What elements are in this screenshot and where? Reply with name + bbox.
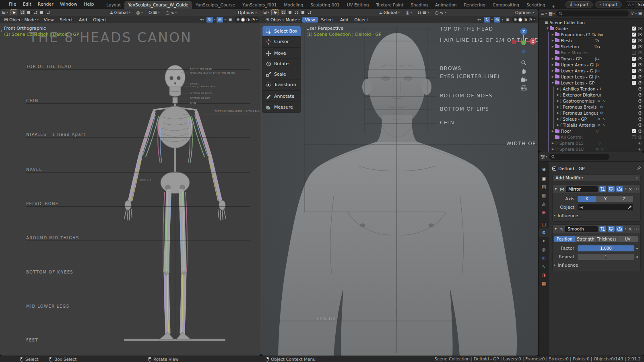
collection-checkbox[interactable]: ✓ [632, 81, 636, 85]
options-dropdown[interactable]: Options▾ [513, 10, 536, 15]
visibility-eye-icon[interactable] [638, 27, 642, 30]
view-layer-properties-tab[interactable]: ▥ [539, 191, 549, 200]
add-menu[interactable]: Add [337, 17, 351, 23]
tab-thickness[interactable]: Thickness [597, 236, 617, 242]
remove-modifier-button[interactable]: × [627, 187, 633, 192]
expand-arrow-icon[interactable]: ▶ [556, 93, 560, 97]
outliner-row-scene-collection[interactable]: ▦Scene Collection [539, 19, 644, 25]
outliner-row-guide[interactable]: ▼Guide✓ [539, 25, 644, 31]
expand-arrow-icon[interactable]: ▶ [551, 45, 555, 48]
outliner-row-achilles-tendon-calcaneal-te[interactable]: ▶ʃAchilles Tendon - Calcaneal Te [539, 86, 644, 92]
expand-arrow-icon[interactable]: ▶ [556, 87, 560, 90]
expand-arrow-icon[interactable]: ▶ [556, 111, 560, 115]
collection-checkbox[interactable]: ✓ [632, 63, 636, 67]
select-mode-extend[interactable] [287, 10, 293, 15]
modifier-extras-dropdown[interactable]: ▾ [625, 187, 626, 191]
overlays-dropdown[interactable]: ▾ [224, 18, 226, 21]
view-menu[interactable]: View [302, 17, 318, 23]
workspace-tab-compositing[interactable]: Compositing [489, 1, 523, 9]
gizmos-toggle[interactable]: ↻ [206, 17, 213, 23]
select-mode-set[interactable] [19, 10, 25, 15]
workspace-tab-layout[interactable]: Layout [103, 1, 124, 9]
modifiers-properties-tab[interactable]: ⚙ [539, 228, 549, 237]
select-menu[interactable]: Select [57, 17, 76, 23]
camera-view-icon[interactable] [520, 76, 527, 83]
tool-rotate[interactable]: Rotate [262, 59, 301, 69]
workspace-tab-animation[interactable]: Animation [431, 1, 460, 9]
rendered-shading-button[interactable]: ◔ [251, 17, 256, 22]
visibility-eye-icon[interactable] [638, 87, 642, 90]
visibility-eye-icon[interactable] [638, 142, 642, 144]
workspace-tab-modeling[interactable]: Modeling [281, 1, 307, 9]
gizmos-dropdown[interactable]: ▾ [491, 18, 493, 21]
outliner-row-tibialis-anterior-gp[interactable]: ▶ʃTibialis Anterior - GP⚙∿ [539, 122, 644, 128]
render-properties-tab[interactable]: ▣ [539, 174, 549, 183]
workspace-tab-texture-paint[interactable]: Texture Paint [373, 1, 407, 9]
gizmos-toggle[interactable]: ↻ [484, 17, 490, 23]
collection-checkbox[interactable]: ✓ [632, 75, 636, 79]
material-shading-button[interactable]: ◑ [246, 17, 250, 22]
properties-editor-icon[interactable]: ▾ [541, 155, 547, 159]
solid-shading-button[interactable]: ● [241, 17, 245, 22]
viewport-left-canvas[interactable]: › Front Orthographic (1) Scene Collectio… [0, 23, 261, 356]
visibility-eye-icon[interactable] [638, 45, 642, 48]
tool-cursor[interactable]: Cursor [262, 37, 301, 47]
scene-name[interactable]: Scene [635, 2, 644, 8]
pivot-point-dropdown[interactable]: ◎▾ [404, 10, 414, 15]
workspace-tab-shading[interactable]: Shading [407, 1, 431, 9]
menu-render[interactable]: Render [35, 0, 57, 9]
outliner-editor-icon[interactable]: ☰▾ [541, 11, 547, 16]
workspace-tab-yansculpts-f001[interactable]: YanSculpts_f001 [239, 1, 280, 9]
scene-selector[interactable]: ◬▾ Scene ❐ × [626, 1, 644, 8]
expand-arrow-icon[interactable]: ▶ [551, 33, 555, 36]
edit-mode-toggle[interactable] [599, 186, 606, 192]
material-shading-button[interactable]: ◑ [523, 17, 528, 22]
new-collection-button[interactable]: ⊞ [638, 11, 642, 16]
workspace-tab-sculpting-001[interactable]: Sculpting.001 [307, 1, 343, 9]
visibility-eye-icon[interactable] [638, 57, 642, 60]
tab-uv[interactable]: UV [617, 236, 638, 242]
drag-handle[interactable]: ∷∷ [635, 187, 638, 191]
collection-checkbox[interactable]: ✓ [632, 57, 636, 61]
editor-type-selector[interactable]: ⊞▾ [2, 10, 8, 15]
filter-icon[interactable]: ▾ [630, 12, 637, 15]
visibility-eye-icon[interactable] [638, 69, 642, 72]
expand-arrow-icon[interactable]: ▶ [551, 57, 555, 60]
zoom-icon[interactable] [520, 59, 527, 66]
object-menu[interactable]: Object [90, 17, 109, 23]
pivot-point-dropdown[interactable]: ◎▾ [134, 10, 145, 15]
tab-strength[interactable]: Strength [575, 236, 596, 242]
expand-arrow-icon[interactable]: ▶ [551, 148, 555, 151]
modifier-header-mirror[interactable]: ▼ ⋈ Mirror ▾ × ∷∷ [553, 185, 640, 193]
add-modifier-button[interactable]: Add Modifier▾ [552, 175, 641, 181]
workspace-tab-yansculpts-course[interactable]: YanSculpts_Course [192, 1, 239, 9]
outliner-row-flesh[interactable]: ▶Flesh▽4✓ [539, 37, 644, 43]
remove-modifier-button[interactable]: × [627, 226, 633, 232]
drag-handle[interactable]: ∷∷ [635, 227, 638, 231]
outliner-row-peroneus-brevis-gp[interactable]: ▶ʃPeroneus Brevis - GP⚙ [539, 104, 644, 110]
visibility-eye-icon[interactable] [638, 93, 642, 97]
collection-checkbox[interactable] [632, 135, 636, 139]
mirror-object-field[interactable] [578, 204, 633, 210]
collection-checkbox[interactable] [632, 51, 636, 55]
realtime-display-toggle[interactable] [608, 186, 615, 192]
expand-arrow-icon[interactable]: ▶ [556, 123, 560, 127]
workspace-tab-scripting[interactable]: Scripting [523, 1, 549, 9]
collection-checkbox[interactable]: ✓ [632, 45, 636, 49]
expand-arrow-icon[interactable]: ▼ [555, 187, 558, 191]
visibility-eye-icon[interactable] [638, 136, 642, 139]
rendered-shading-button[interactable]: ◔ [528, 17, 533, 22]
eyedropper-icon[interactable] [628, 206, 632, 209]
export-button[interactable]: Export [566, 1, 593, 8]
select-menu[interactable]: Select [318, 17, 337, 23]
factor-slider[interactable]: 1.000 [578, 245, 634, 251]
mode-selector[interactable]: Object Mode▾ [2, 17, 41, 23]
tool-scale[interactable]: Scale [262, 69, 301, 80]
workspace-tab-rendering[interactable]: Rendering [460, 1, 489, 9]
visibility-eye-icon[interactable] [638, 75, 642, 78]
expand-arrow-icon[interactable]: ▶ [551, 130, 555, 133]
expand-arrow-icon[interactable]: ▶ [556, 99, 560, 103]
influence-subpanel-smooth[interactable]: ▸Influence [553, 262, 638, 268]
collection-checkbox[interactable]: ✓ [632, 69, 636, 73]
expand-arrow-icon[interactable]: ▼ [555, 227, 558, 230]
